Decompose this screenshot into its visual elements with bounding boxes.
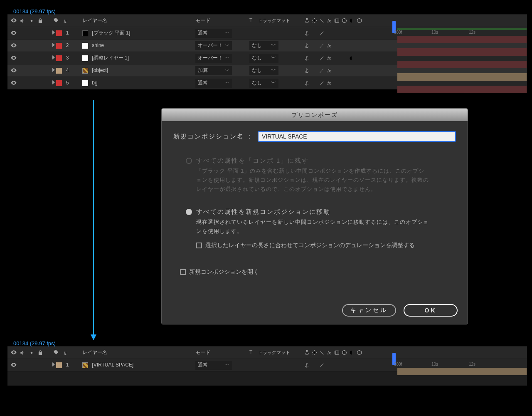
eye-icon[interactable]	[10, 79, 17, 87]
layer-name[interactable]: [調整レイヤー 1]	[92, 55, 129, 61]
source-chip	[82, 43, 88, 49]
new-comp-name-input[interactable]	[258, 131, 456, 142]
label-column-icon[interactable]	[52, 17, 60, 24]
layer-row[interactable]: 1 [VIRTUAL SPACE] 通常﹀ ／	[7, 359, 527, 371]
solo-column-icon[interactable]	[28, 17, 35, 25]
visibility-column-icon[interactable]	[10, 349, 17, 356]
label-column-icon[interactable]	[52, 349, 60, 356]
layer-index: 1	[66, 362, 69, 368]
layer-bar[interactable]	[397, 36, 527, 43]
timecode-label: 00134 (29.97 fps)	[7, 340, 527, 346]
matte-column-header: トラックマット	[258, 18, 290, 23]
film-icon	[333, 349, 340, 357]
adjustment-icon	[348, 349, 355, 357]
anchor-icon	[303, 17, 310, 25]
blend-mode-select[interactable]: 加算﹀	[195, 66, 232, 75]
open-new-comp-check-label[interactable]: 新規コンポジションを開く	[189, 268, 259, 276]
audio-column-icon[interactable]	[19, 17, 26, 25]
twirl-icon[interactable]	[52, 362, 55, 368]
chevron-down-icon: ﹀	[225, 362, 229, 368]
anchor-icon	[303, 67, 310, 74]
layer-index: 2	[66, 42, 69, 48]
label-swatch[interactable]	[56, 30, 62, 36]
ok-button[interactable]: OK	[404, 304, 458, 317]
option-move-attributes[interactable]: すべての属性を新規コンポジションに移動 現在選択されているレイヤーを新しい中間コ…	[186, 208, 456, 256]
arrow-down-icon	[93, 100, 94, 339]
solo-column-icon[interactable]	[28, 349, 35, 357]
blend-mode-select[interactable]: 通常﹀	[195, 29, 232, 38]
sun-icon	[311, 349, 318, 357]
track-matte-select[interactable]: なし﹀	[249, 79, 278, 88]
chevron-down-icon: ﹀	[225, 30, 229, 36]
eye-icon[interactable]	[10, 42, 17, 49]
label-swatch[interactable]	[56, 43, 62, 49]
audio-column-icon[interactable]	[19, 349, 26, 357]
name-column-header: レイヤー名	[82, 17, 107, 23]
chevron-down-icon: ﹀	[271, 67, 276, 74]
layer-bar[interactable]	[397, 86, 527, 93]
layer-name[interactable]: bg	[92, 80, 97, 86]
source-chip	[82, 30, 88, 36]
chevron-down-icon: ﹀	[225, 43, 229, 49]
timeline-panel-before: 00134 (29.97 fps) # レイヤー名 モード T トラックマット	[7, 8, 527, 89]
anchor-icon	[303, 42, 310, 50]
twirl-icon[interactable]	[52, 80, 55, 86]
timeline-header-row: # レイヤー名 モード T トラックマット ＼ fx	[7, 347, 527, 359]
layer-bar[interactable]	[397, 48, 527, 56]
checkbox-icon[interactable]	[180, 269, 186, 275]
cancel-button[interactable]: キャンセル	[342, 304, 396, 317]
twirl-icon[interactable]	[52, 30, 55, 36]
anchor-icon	[303, 30, 310, 37]
matte-prefix: T	[249, 349, 252, 355]
source-chip	[82, 80, 88, 86]
layer-bar[interactable]	[397, 73, 527, 81]
twirl-icon[interactable]	[52, 55, 55, 61]
checkbox-icon[interactable]	[196, 243, 202, 248]
switches-column-header: ＼ fx	[303, 17, 390, 25]
index-column-header: #	[64, 19, 66, 25]
layer-bar[interactable]	[397, 368, 527, 375]
ball-icon	[341, 349, 347, 357]
timecode-label: 00134 (29.97 fps)	[7, 8, 527, 14]
label-swatch[interactable]	[56, 80, 62, 86]
option1-title: すべての属性を「コンポ 1」に残す	[196, 157, 429, 165]
radio-icon[interactable]	[186, 209, 192, 215]
track-matte-select[interactable]: なし﹀	[249, 66, 278, 75]
label-swatch[interactable]	[56, 68, 62, 74]
layer-index: 4	[66, 67, 69, 73]
layer-name[interactable]: shine	[92, 42, 104, 48]
visibility-column-icon[interactable]	[10, 17, 17, 24]
chevron-down-icon: ﹀	[271, 42, 276, 49]
layer-index: 5	[66, 80, 69, 86]
label-swatch[interactable]	[56, 55, 62, 61]
matte-prefix: T	[249, 17, 252, 23]
eye-icon[interactable]	[10, 361, 17, 369]
eye-icon[interactable]	[10, 54, 17, 62]
layer-name[interactable]: [VIRTUAL SPACE]	[92, 362, 133, 368]
label-swatch[interactable]	[56, 362, 62, 368]
track-matte-select[interactable]: なし﹀	[249, 54, 278, 63]
chevron-down-icon: ﹀	[271, 79, 276, 87]
layer-name[interactable]: [ブラック 平面 1]	[92, 30, 130, 36]
layer-bar[interactable]	[397, 61, 527, 68]
eye-icon[interactable]	[10, 29, 17, 37]
blend-mode-select[interactable]: オーバー！﹀	[195, 41, 232, 50]
lock-column-icon[interactable]	[37, 349, 44, 357]
anchor-icon	[303, 349, 310, 357]
film-icon	[333, 17, 340, 25]
option2-title: すべての属性を新規コンポジションに移動	[196, 208, 429, 216]
adjust-duration-check-label[interactable]: 選択したレイヤーの長さに合わせてコンポジションのデュレーションを調整する	[205, 242, 415, 249]
track-matte-select[interactable]: なし﹀	[249, 41, 278, 50]
radio-icon	[186, 158, 192, 164]
blend-mode-select[interactable]: 通常﹀	[195, 361, 232, 370]
adjustment-icon	[348, 17, 355, 25]
lock-column-icon[interactable]	[37, 17, 44, 25]
eye-icon[interactable]	[10, 67, 17, 74]
twirl-icon[interactable]	[52, 67, 55, 73]
blend-mode-select[interactable]: オーバー！﹀	[195, 54, 232, 63]
layer-name[interactable]: [object]	[92, 67, 108, 73]
twirl-icon[interactable]	[52, 42, 55, 48]
blend-mode-select[interactable]: 通常﹀	[195, 79, 232, 88]
chevron-down-icon: ﹀	[225, 80, 229, 86]
mode-column-header: モード	[195, 349, 210, 355]
